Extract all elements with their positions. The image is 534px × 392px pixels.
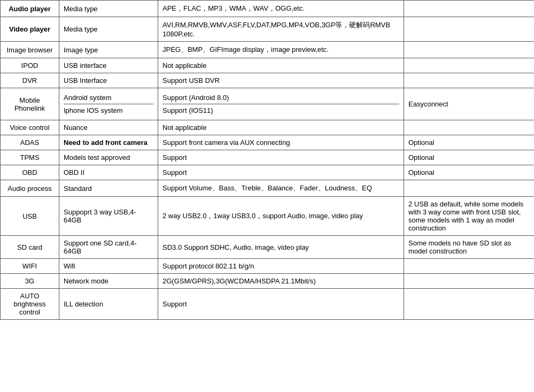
feature-spec: Support protocol 802.11 b/g/n: [158, 259, 404, 274]
feature-name: USB: [1, 197, 59, 236]
specs-table: Audio playerMedia typeAPE，FLAC，MP3，WMA，W…: [0, 0, 534, 320]
feature-spec: 2G(GSM/GPRS),3G(WCDMA/HSDPA 21.1Mbit/s): [158, 274, 404, 289]
feature-note: Optional: [404, 165, 535, 180]
feature-spec: SD3.0 Support SDHC, Audio, image, video …: [158, 236, 404, 259]
feature-note: Optional: [404, 135, 535, 150]
feature-detail: OBD II: [59, 165, 158, 180]
table-row: USBSuppoprt 3 way USB,4-64GB2 way USB2.0…: [1, 197, 535, 236]
feature-note: [404, 73, 535, 88]
feature-note: Optional: [404, 150, 535, 165]
table-row: Audio playerMedia typeAPE，FLAC，MP3，WMA，W…: [1, 1, 535, 17]
feature-spec: Not applicable: [158, 120, 404, 135]
feature-detail: Android systemIphone IOS system: [59, 88, 158, 120]
table-row: IPODUSB interfaceNot applicable: [1, 58, 535, 73]
feature-name: SD card: [1, 236, 59, 259]
feature-detail: Standard: [59, 180, 158, 197]
feature-note: [404, 259, 535, 274]
feature-spec: Not applicable: [158, 58, 404, 73]
feature-detail: ILL detection: [59, 289, 158, 320]
feature-spec: JPEG、BMP、GIFImage display，image preview,…: [158, 42, 404, 58]
table-row: Mobile PhonelinkAndroid systemIphone IOS…: [1, 88, 535, 120]
table-row: OBDOBD IISupportOptional: [1, 165, 535, 180]
feature-detail: USB interface: [59, 58, 158, 73]
feature-note: Some models no have SD slot as model con…: [404, 236, 535, 259]
feature-note: [404, 17, 535, 42]
feature-detail: Models test approved: [59, 150, 158, 165]
feature-name: Mobile Phonelink: [1, 88, 59, 120]
feature-note: 2 USB as default, while some models with…: [404, 197, 535, 236]
feature-note: [404, 120, 535, 135]
table-row: Image browserImage typeJPEG、BMP、GIFImage…: [1, 42, 535, 58]
feature-spec: AVI,RM,RMVB,WMV,ASF,FLV,DAT,MPG,MP4,VOB,…: [158, 17, 404, 42]
table-row: TPMSModels test approvedSupportOptional: [1, 150, 535, 165]
table-row: Video playerMedia typeAVI,RM,RMVB,WMV,AS…: [1, 17, 535, 42]
feature-spec: Support USB DVR: [158, 73, 404, 88]
feature-detail: Wifi: [59, 259, 158, 274]
feature-note: [404, 58, 535, 73]
table-row: WIFIWifiSupport protocol 802.11 b/g/n: [1, 259, 535, 274]
feature-name: OBD: [1, 165, 59, 180]
feature-name: AUTO brightness control: [1, 289, 59, 320]
table-row: DVRUSB InterfaceSupport USB DVR: [1, 73, 535, 88]
feature-name: TPMS: [1, 150, 59, 165]
feature-spec: 2 way USB2.0，1way USB3.0，support Audio, …: [158, 197, 404, 236]
table-row: ADASNeed to add front cameraSupport fron…: [1, 135, 535, 150]
feature-detail: Need to add front camera: [59, 135, 158, 150]
table-row: Voice controlNuanceNot applicable: [1, 120, 535, 135]
feature-detail: Nuance: [59, 120, 158, 135]
feature-spec: Support front camera via AUX connecting: [158, 135, 404, 150]
feature-detail: Suppoprt 3 way USB,4-64GB: [59, 197, 158, 236]
feature-note: Easyconnect: [404, 88, 535, 120]
table-row: Audio processStandardSupport Volume、Bass…: [1, 180, 535, 197]
table-row: SD cardSupport one SD card,4-64GBSD3.0 S…: [1, 236, 535, 259]
feature-name: Image browser: [1, 42, 59, 58]
feature-detail: Support one SD card,4-64GB: [59, 236, 158, 259]
feature-detail: Media type: [59, 17, 158, 42]
feature-spec: APE，FLAC，MP3，WMA，WAV，OGG,etc.: [158, 1, 404, 17]
feature-spec: Support (Android 8.0)Support (IOS11): [158, 88, 404, 120]
feature-spec: Support: [158, 150, 404, 165]
table-row: 3GNetwork mode2G(GSM/GPRS),3G(WCDMA/HSDP…: [1, 274, 535, 289]
feature-note: [404, 1, 535, 17]
feature-name: Audio player: [1, 1, 59, 17]
feature-spec: Support: [158, 165, 404, 180]
feature-name: Voice control: [1, 120, 59, 135]
feature-spec: Support Volume、Bass、Treble、Balance、Fader…: [158, 180, 404, 197]
feature-name: Video player: [1, 17, 59, 42]
feature-name: IPOD: [1, 58, 59, 73]
feature-name: Audio process: [1, 180, 59, 197]
table-row: AUTO brightness controlILL detectionSupp…: [1, 289, 535, 320]
feature-spec: Support: [158, 289, 404, 320]
feature-name: DVR: [1, 73, 59, 88]
feature-note: [404, 289, 535, 320]
feature-note: [404, 180, 535, 197]
feature-name: ADAS: [1, 135, 59, 150]
feature-detail: Media type: [59, 1, 158, 17]
feature-detail: USB Interface: [59, 73, 158, 88]
feature-detail: Image type: [59, 42, 158, 58]
feature-name: WIFI: [1, 259, 59, 274]
feature-name: 3G: [1, 274, 59, 289]
feature-note: [404, 274, 535, 289]
feature-detail: Network mode: [59, 274, 158, 289]
feature-note: [404, 42, 535, 58]
